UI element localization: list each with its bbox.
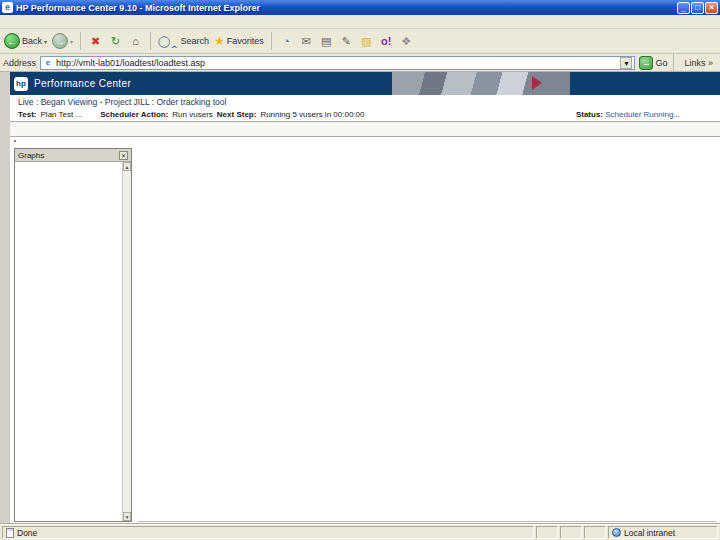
forward-caret-icon[interactable]: ▾ [70, 38, 73, 45]
document-icon [6, 528, 14, 538]
graphs-tree [15, 162, 122, 521]
address-input[interactable]: e http://vmlt-lab01/loadtest/loadtest.as… [40, 56, 635, 70]
status-left-text: Done [17, 528, 37, 538]
status-zone-text: Local intranet [624, 528, 675, 538]
go-icon: → [639, 56, 653, 70]
maximize-button[interactable]: □ [691, 2, 704, 14]
messenger-button[interactable]: o! [379, 34, 394, 49]
ie-window: e HP Performance Center 9.10 - Microsoft… [0, 0, 720, 540]
notes-button[interactable]: ▨ [359, 34, 374, 49]
chart-toolbar [138, 148, 716, 163]
favorites-icon: ★ [214, 34, 225, 48]
tools-extra-button[interactable]: ❖ [399, 34, 414, 49]
edit-button[interactable]: ✎ [339, 34, 354, 49]
print-button[interactable]: ▤ [319, 34, 334, 49]
main-area: Graphs ✕ ▲ ▼ [10, 142, 720, 524]
back-caret-icon[interactable]: ▾ [44, 38, 47, 45]
chart-legend [138, 521, 716, 522]
test-info-line: Test: Plan Test ... Scheduler Action: Ru… [10, 108, 720, 121]
favorites-label: Favorites [227, 36, 264, 46]
address-label: Address [3, 58, 36, 68]
page-content: hp Performance Center Live : Began Viewi… [0, 72, 720, 524]
graphs-panel-title: Graphs [18, 151, 44, 160]
next-step-label: Next Step: [217, 110, 257, 119]
status-cell [560, 526, 582, 539]
back-icon: ← [4, 33, 20, 49]
search-button[interactable]: ◯‸ Search [158, 35, 209, 48]
test-label: Test: [18, 110, 37, 119]
toolbar-separator [150, 32, 151, 50]
scroll-up-icon[interactable]: ▲ [123, 162, 131, 171]
back-button[interactable]: ← Back ▾ [4, 33, 47, 49]
title-bar: e HP Performance Center 9.10 - Microsoft… [0, 0, 720, 15]
window-title: HP Performance Center 9.10 - Microsoft I… [16, 3, 677, 13]
history-button[interactable]: ◔ [279, 34, 294, 49]
home-button[interactable]: ⌂ [128, 34, 143, 49]
next-step-value: Running 5 vusers in 00:00:00 [260, 110, 364, 119]
browser-toolbar: ← Back ▾ → ▾ ✖ ↻ ⌂ ◯‸ Search ★ Favorites… [0, 29, 720, 54]
links-label[interactable]: Links » [684, 58, 713, 68]
charts-zone [138, 148, 716, 522]
toolbar-separator [271, 32, 272, 50]
chart-grid [138, 163, 716, 518]
go-button[interactable]: → Go [639, 56, 667, 70]
status-cell [536, 526, 558, 539]
minimize-button[interactable]: _ [677, 2, 690, 14]
intranet-zone-icon [612, 528, 621, 537]
page-icon: e [43, 58, 53, 68]
search-icon: ◯‸ [158, 35, 178, 48]
go-label: Go [655, 58, 667, 68]
toolbar-separator [673, 54, 674, 72]
test-value[interactable]: Plan Test ... [41, 110, 83, 119]
mail-button[interactable]: ✉ [299, 34, 314, 49]
tree-scrollbar[interactable]: ▲ ▼ [122, 162, 131, 521]
scroll-down-icon[interactable]: ▼ [123, 512, 131, 521]
address-url: http://vmlt-lab01/loadtest/loadtest.asp [56, 58, 205, 68]
live-status-line: Live : Began Viewing - Project JILL : Or… [10, 95, 720, 108]
favorites-button[interactable]: ★ Favorites [214, 34, 264, 48]
back-label: Back [22, 36, 42, 46]
scheduler-label: Scheduler Action: [100, 110, 168, 119]
address-dropdown-icon[interactable]: ▼ [620, 57, 632, 69]
toolbar-separator [80, 32, 81, 50]
app-header: hp Performance Center [10, 72, 720, 95]
status-cell [584, 526, 606, 539]
stats-bar [10, 121, 720, 137]
address-bar: Address e http://vmlt-lab01/loadtest/loa… [0, 54, 720, 72]
hp-logo-icon: hp [14, 77, 28, 91]
header-photo [392, 72, 570, 95]
close-button[interactable]: ✕ [705, 2, 718, 14]
graphs-panel: Graphs ✕ ▲ ▼ [14, 148, 132, 522]
refresh-button[interactable]: ↻ [108, 34, 123, 49]
menu-bar [0, 15, 720, 29]
forward-icon: → [52, 33, 68, 49]
app-title: Performance Center [34, 78, 131, 89]
close-panel-icon[interactable]: ✕ [119, 151, 128, 160]
search-label: Search [180, 36, 209, 46]
stop-button[interactable]: ✖ [88, 34, 103, 49]
status-value: Scheduler Running... [605, 110, 680, 119]
scheduler-value: Run vusers [172, 110, 212, 119]
forward-button[interactable]: → ▾ [52, 33, 73, 49]
ie-logo-icon: e [2, 2, 13, 13]
status-bar: Done Local intranet [0, 524, 720, 540]
status-label: Status: [576, 110, 603, 119]
